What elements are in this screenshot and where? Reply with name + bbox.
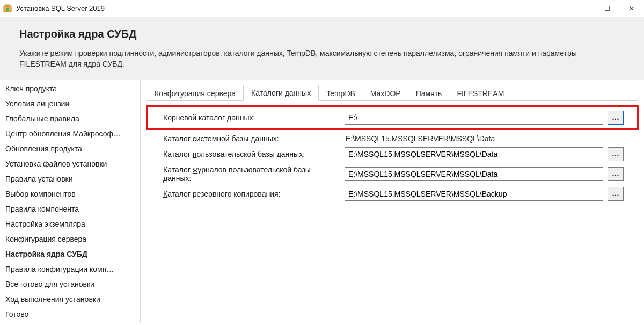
- wizard-step-sidebar: Ключ продукта Условия лицензии Глобальны…: [0, 80, 141, 323]
- sidebar-item-instance-config[interactable]: Настройка экземпляра: [0, 216, 140, 232]
- window-maximize-button[interactable]: ☐: [595, 0, 619, 17]
- sidebar-item-product-key[interactable]: Ключ продукта: [0, 81, 140, 96]
- body: Ключ продукта Условия лицензии Глобальны…: [0, 80, 644, 323]
- sidebar-item-ready-install[interactable]: Все готово для установки: [0, 277, 140, 292]
- page-title: Настройка ядра СУБД: [19, 28, 625, 40]
- tab-maxdop[interactable]: MaxDOP: [363, 86, 408, 101]
- tabstrip: Конфигурация сервера Каталоги данных Tem…: [147, 84, 638, 101]
- row-data-root: Корневой каталог данных: …: [147, 106, 638, 129]
- tab-memory[interactable]: Память: [408, 86, 450, 101]
- tab-tempdb[interactable]: TempDB: [319, 86, 363, 101]
- input-data-root[interactable]: [345, 111, 603, 125]
- sidebar-item-install-progress[interactable]: Ход выполнения установки: [0, 292, 140, 307]
- page-subtitle: Укажите режим проверки подлинности, адми…: [19, 48, 610, 70]
- browse-user-db-button[interactable]: …: [608, 147, 624, 161]
- sidebar-item-microsoft-update[interactable]: Центр обновления Майкрософ…: [0, 126, 140, 141]
- input-user-db[interactable]: [345, 147, 603, 161]
- window-minimize-button[interactable]: —: [570, 0, 595, 17]
- input-user-log[interactable]: [345, 167, 603, 181]
- svg-point-2: [6, 8, 9, 11]
- tab-data-dirs-body: Корневой каталог данных: … Каталог систе…: [147, 101, 638, 203]
- sidebar-item-config-rules[interactable]: Правила конфигурации комп…: [0, 262, 140, 277]
- sidebar-item-feature-rules[interactable]: Правила компонента: [0, 201, 140, 216]
- sidebar-item-feature-selection[interactable]: Выбор компонентов: [0, 186, 140, 201]
- input-backup[interactable]: [345, 187, 603, 201]
- header-band: Настройка ядра СУБД Укажите режим провер…: [0, 17, 644, 80]
- browse-user-log-button[interactable]: …: [608, 167, 624, 181]
- label-system-db: Каталог системной базы данных:: [147, 134, 340, 143]
- sidebar-item-install-rules[interactable]: Правила установки: [0, 171, 140, 186]
- label-user-log: Каталог журналов пользовательской базы д…: [147, 165, 340, 183]
- window-close-button[interactable]: ✕: [619, 0, 644, 17]
- main-panel: Конфигурация сервера Каталоги данных Tem…: [141, 80, 644, 323]
- row-backup: Каталог резервного копирования: …: [147, 185, 638, 203]
- browse-backup-button[interactable]: …: [608, 187, 624, 201]
- sidebar-item-global-rules[interactable]: Глобальные правила: [0, 111, 140, 126]
- titlebar: Установка SQL Server 2019 — ☐ ✕: [0, 0, 644, 17]
- browse-data-root-button[interactable]: …: [608, 111, 624, 125]
- svg-rect-1: [6, 5, 9, 6]
- label-data-root: Корневой каталог данных:: [147, 113, 340, 122]
- tab-server-config[interactable]: Конфигурация сервера: [147, 86, 243, 101]
- label-user-db: Каталог пользовательской базы данных:: [147, 150, 340, 158]
- tab-filestream[interactable]: FILESTREAM: [449, 86, 511, 101]
- label-backup: Каталог резервного копирования:: [147, 190, 340, 198]
- sidebar-item-complete[interactable]: Готово: [0, 307, 140, 322]
- row-user-db: Каталог пользовательской базы данных: …: [147, 145, 638, 163]
- sidebar-item-license[interactable]: Условия лицензии: [0, 96, 140, 111]
- sidebar-item-db-engine-config[interactable]: Настройка ядра СУБД: [0, 247, 140, 262]
- sidebar-item-install-files[interactable]: Установка файлов установки: [0, 156, 140, 171]
- sidebar-item-product-updates[interactable]: Обновления продукта: [0, 141, 140, 156]
- window-title: Установка SQL Server 2019: [16, 4, 105, 12]
- sidebar-item-server-config[interactable]: Конфигурация сервера: [0, 232, 140, 247]
- row-system-db: Каталог системной базы данных: E:\MSSQL1…: [147, 132, 638, 145]
- tab-data-dirs[interactable]: Каталоги данных: [243, 85, 319, 101]
- row-user-log: Каталог журналов пользовательской базы д…: [147, 163, 638, 185]
- value-system-db: E:\MSSQL15.MSSQLSERVER\MSSQL\Data: [345, 134, 495, 143]
- app-icon: [3, 4, 12, 13]
